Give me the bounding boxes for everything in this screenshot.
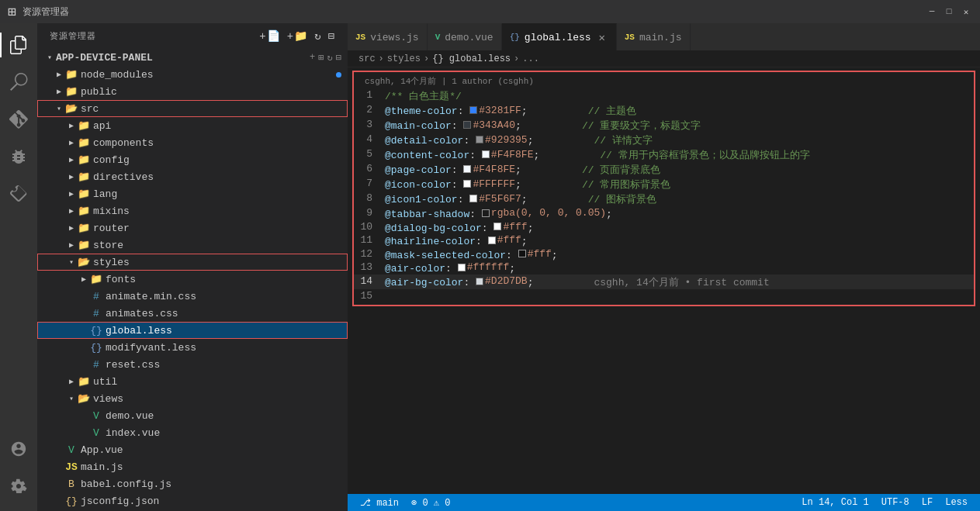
line-num-5: 5 [354,147,385,162]
code-line-4: 4 @detail-color: #929395; // 详情文字 [354,133,974,147]
tab-global-less[interactable]: {} global.less ✕ [502,23,617,50]
code-editor[interactable]: csghh, 14个月前 | 1 author (csghh) 1 /** 白色… [348,67,980,494]
sidebar-header: 资源管理器 +📄 +📁 ↻ ⊟ [37,23,348,49]
api-label: api [93,120,111,132]
status-cursor[interactable]: Ln 14, Col 1 [795,497,874,508]
new-folder-icon[interactable]: +📁 [287,29,308,43]
status-language[interactable]: Less [939,497,974,508]
styles-label: styles [93,257,130,268]
status-branch[interactable]: ⎇ main [354,497,405,509]
breadcrumb-src[interactable]: src [358,54,376,64]
directives-chevron: ▶ [65,171,78,183]
main-js-label: main.js [81,461,123,473]
demo-vue-icon: V [90,409,102,422]
activity-account[interactable] [0,430,37,468]
fonts-chevron: ▶ [78,273,90,285]
code-line-2: 2 @theme-color: #3281FF; // 主题色 [354,103,974,118]
status-encoding[interactable]: UTF-8 [875,497,916,508]
git-info: csghh, 14个月前 | 1 author (csghh) [354,72,974,88]
activity-git[interactable] [0,101,37,138]
code-line-9: 9 @tabbar-shadow: rgba(0, 0, 0, 0.05); [354,206,974,220]
sidebar-item-babel-config[interactable]: ▶ B babel.config.js [37,475,348,492]
main-js-icon: JS [65,461,78,473]
new-file-btn[interactable]: + [310,52,315,64]
tab-views-js[interactable]: JS views.js [348,23,428,50]
index-vue-label: index.vue [106,427,160,439]
main-js-tab-icon: JS [625,33,635,42]
sidebar: 资源管理器 +📄 +📁 ↻ ⊟ ▾ APP-DEVICE-PANEL + ⊞ ↻… [37,23,348,511]
store-chevron: ▶ [65,239,78,251]
breadcrumb-sep2: › [424,54,429,64]
sidebar-item-styles[interactable]: ▾ 📂 styles [37,254,348,271]
sidebar-item-demo-vue[interactable]: ▶ V demo.vue [37,407,348,424]
sidebar-item-api[interactable]: ▶ 📁 api [37,117,348,134]
line-num-14: 14 [354,274,385,289]
sidebar-item-directives[interactable]: ▶ 📁 directives [37,168,348,185]
main-layout: 资源管理器 +📄 +📁 ↻ ⊟ ▾ APP-DEVICE-PANEL + ⊞ ↻… [0,23,980,511]
sidebar-item-config[interactable]: ▶ 📁 config [37,151,348,168]
sidebar-item-modifyvant-less[interactable]: ▶ {} modifyvant.less [37,339,348,356]
tab-main-js[interactable]: JS main.js [617,23,691,50]
animates-css-label: animates.css [106,308,178,319]
sidebar-item-util[interactable]: ▶ 📁 util [37,373,348,390]
collapse-btn[interactable]: ⊟ [336,52,341,64]
sidebar-item-reset-css[interactable]: ▶ # reset.css [37,356,348,373]
sidebar-item-animate-min-css[interactable]: ▶ # animate.min.css [37,288,348,305]
sidebar-item-fonts[interactable]: ▶ 📁 fonts [37,271,348,288]
breadcrumb-styles[interactable]: styles [387,54,421,64]
sidebar-item-router[interactable]: ▶ 📁 router [37,219,348,237]
tab-global-less-label: global.less [525,32,591,43]
node-modules-label: node_modules [81,69,154,81]
sidebar-item-lang[interactable]: ▶ 📁 lang [37,185,348,202]
minimize-button[interactable]: ─ [926,5,938,18]
tab-demo-vue[interactable]: V demo.vue [428,23,502,50]
public-chevron: ▶ [53,85,65,98]
status-errors[interactable]: ⊗ 0 ⚠ 0 [405,497,456,509]
new-file-icon[interactable]: +📄 [259,29,280,43]
sidebar-item-app-vue[interactable]: ▶ V App.vue [37,441,348,458]
activity-search[interactable] [0,64,37,101]
activity-debug[interactable] [0,138,37,175]
sidebar-item-public[interactable]: ▶ 📁 public [37,83,348,100]
mixins-folder-icon: 📁 [78,205,90,217]
line-content-3: @main-color: #343A40; // 重要级文字，标题文字 [385,118,974,133]
maximize-button[interactable]: □ [943,5,955,18]
code-line-8: 8 @icon1-color: #F5F6F7; // 图标背景色 [354,192,974,206]
sidebar-item-components[interactable]: ▶ 📁 components [37,134,348,151]
sidebar-item-index-vue[interactable]: ▶ V index.vue [37,424,348,441]
sidebar-item-mixins[interactable]: ▶ 📁 mixins [37,202,348,219]
sidebar-item-views[interactable]: ▾ 📂 views [37,390,348,407]
breadcrumb-global-less[interactable]: {} global.less [432,54,511,64]
sidebar-item-animates-css[interactable]: ▶ # animates.css [37,305,348,322]
root-chevron: ▾ [43,51,56,64]
sidebar-item-jsconfig[interactable]: ▶ {} jsconfig.json [37,492,348,509]
node-modules-chevron: ▶ [53,68,65,81]
global-less-label: global.less [106,325,172,337]
code-line-13: 13 @air-color: #ffffff; [354,261,974,274]
tab-close-global-less[interactable]: ✕ [596,31,608,43]
jsconfig-label: jsconfig.json [81,495,159,507]
refresh-icon[interactable]: ↻ [314,29,321,43]
activity-files[interactable] [0,26,37,64]
close-button[interactable]: ✕ [960,5,972,18]
sidebar-item-node-modules[interactable]: ▶ 📁 node_modules [37,66,348,83]
line-content-7: @icon-color: #FFFFFF; // 常用图标背景色 [385,177,974,192]
collapse-icon[interactable]: ⊟ [328,29,335,43]
sidebar-item-global-less[interactable]: ▶ {} global.less [37,322,348,339]
jsconfig-icon: {} [65,495,78,507]
lang-folder-icon: 📁 [78,188,90,200]
status-line-ending[interactable]: LF [916,497,939,508]
line-num-3: 3 [354,118,385,133]
store-label: store [93,240,123,251]
activity-extensions[interactable] [0,175,37,212]
public-label: public [81,86,117,98]
components-label: components [93,137,154,149]
new-folder-btn[interactable]: ⊞ [318,52,324,64]
refresh-btn[interactable]: ↻ [327,52,333,64]
project-root[interactable]: ▾ APP-DEVICE-PANEL + ⊞ ↻ ⊟ [37,49,348,66]
sidebar-item-store[interactable]: ▶ 📁 store [37,237,348,254]
sidebar-item-src[interactable]: ▾ 📂 src [37,100,348,117]
activity-settings[interactable] [0,468,37,505]
code-line-12: 12 @mask-selected-color: #fff; [354,247,974,261]
sidebar-item-main-js[interactable]: ▶ JS main.js [37,458,348,475]
